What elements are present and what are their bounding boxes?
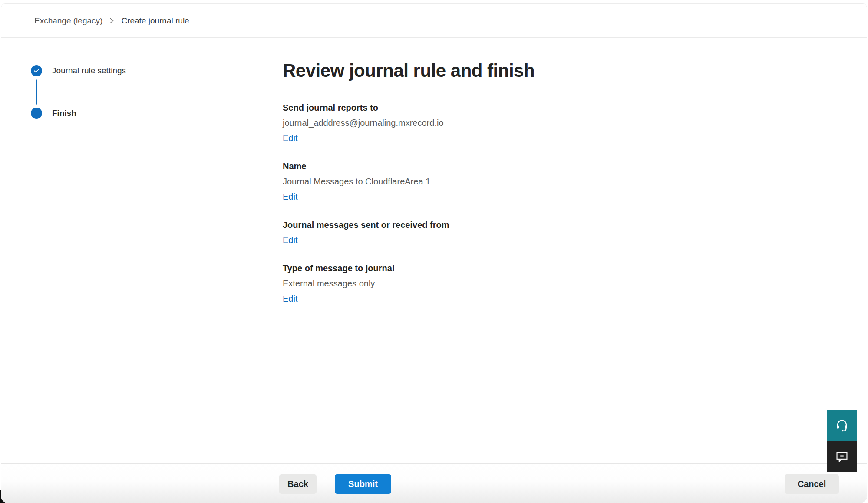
headset-icon <box>835 418 849 432</box>
section-message-type: Type of message to journal External mess… <box>283 261 849 306</box>
section-journal-messages-scope: Journal messages sent or received from E… <box>283 217 849 248</box>
edit-name-link[interactable]: Edit <box>283 189 297 204</box>
wizard-step-journal-rule-settings[interactable]: Journal rule settings <box>31 65 251 76</box>
edit-send-journal-reports-link[interactable]: Edit <box>283 131 297 146</box>
chat-icon <box>835 450 849 464</box>
wizard-body: Journal rule settings Finish Review jour… <box>1 38 867 463</box>
edit-message-type-link[interactable]: Edit <box>283 291 297 306</box>
section-label: Name <box>283 159 849 174</box>
help-button[interactable] <box>827 410 857 441</box>
breadcrumb-link-exchange-legacy[interactable]: Exchange (legacy) <box>34 16 102 26</box>
section-send-journal-reports-to: Send journal reports to journal_adddress… <box>283 100 849 146</box>
section-label: Send journal reports to <box>283 100 849 115</box>
page-title: Review journal rule and finish <box>283 59 849 82</box>
section-label: Type of message to journal <box>283 261 849 276</box>
step-completed-check-icon <box>31 65 42 76</box>
rule-name-value: Journal Messages to CloudflareArea 1 <box>283 174 849 189</box>
section-label: Journal messages sent or received from <box>283 217 849 233</box>
cancel-button[interactable]: Cancel <box>785 474 839 494</box>
review-pane: Review journal rule and finish Send jour… <box>251 38 867 463</box>
journal-address-value: journal_adddress@journaling.mxrecord.io <box>283 115 849 131</box>
wizard-step-finish[interactable]: Finish <box>31 108 251 119</box>
section-name: Name Journal Messages to CloudflareArea … <box>283 159 849 204</box>
feedback-button[interactable] <box>827 441 857 472</box>
step-connector-line <box>36 79 37 105</box>
app-window: Exchange (legacy) Create journal rule Jo… <box>1 3 867 503</box>
step-label-journal-rule-settings: Journal rule settings <box>52 66 126 76</box>
submit-button[interactable]: Submit <box>335 474 391 494</box>
edit-scope-link[interactable]: Edit <box>283 233 297 248</box>
chevron-right-icon <box>109 17 115 24</box>
action-bar: Back Submit Cancel <box>1 463 867 503</box>
step-label-finish: Finish <box>52 108 76 118</box>
step-current-dot-icon <box>31 108 42 119</box>
breadcrumb: Exchange (legacy) Create journal rule <box>1 4 867 38</box>
breadcrumb-current-page: Create journal rule <box>121 16 189 26</box>
wizard-steps-panel: Journal rule settings Finish <box>1 38 251 463</box>
back-button[interactable]: Back <box>279 474 317 494</box>
message-type-value: External messages only <box>283 276 849 291</box>
